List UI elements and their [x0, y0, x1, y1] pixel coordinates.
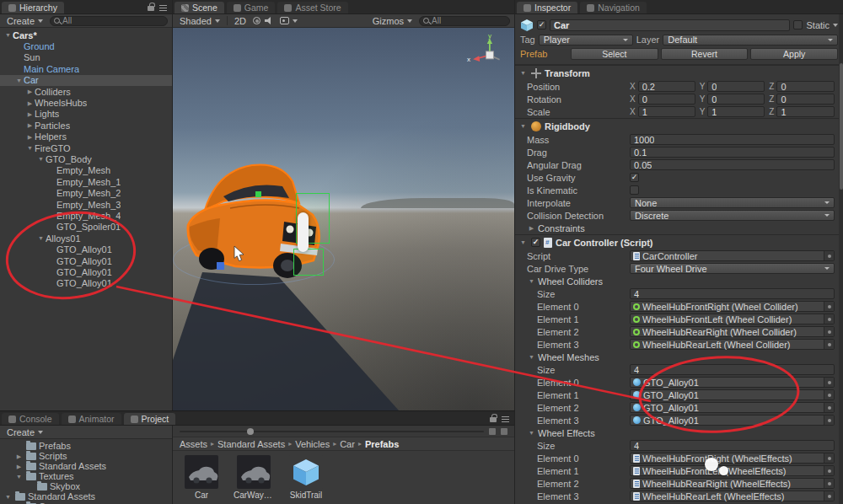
- asset-item-skidtrail[interactable]: SkidTrail: [286, 455, 326, 501]
- tree-item-empty-mesh-4[interactable]: Empty_Mesh_4: [0, 210, 172, 221]
- text-field[interactable]: 0: [776, 94, 835, 105]
- object-picker-icon[interactable]: [824, 378, 834, 387]
- tab-console[interactable]: Console: [2, 413, 59, 425]
- fold-open-icon[interactable]: ▼: [14, 474, 24, 480]
- breadcrumb-item-prefabs[interactable]: Prefabs: [365, 439, 399, 449]
- object-picker-icon[interactable]: [824, 314, 834, 324]
- tab-inspector[interactable]: Inspector: [517, 2, 577, 13]
- fold-closed-icon[interactable]: ▶: [25, 88, 35, 94]
- create-button[interactable]: Create: [4, 15, 46, 27]
- tab-game[interactable]: Game: [227, 2, 276, 13]
- active-checkbox[interactable]: [537, 20, 546, 29]
- panel-menu-icon[interactable]: [502, 416, 509, 422]
- tree-item-gto-alloy01[interactable]: GTO_Alloy01: [0, 266, 172, 277]
- text-field[interactable]: 0: [776, 81, 835, 92]
- object-picker-icon[interactable]: [824, 251, 834, 260]
- tab-hierarchy[interactable]: Hierarchy: [2, 2, 64, 13]
- dropdown-field[interactable]: None: [630, 197, 835, 208]
- component-header-car-controller-script[interactable]: ▼Car Controller (Script): [515, 234, 843, 249]
- object-picker-icon[interactable]: [824, 390, 834, 399]
- tree-item-gto-alloy01[interactable]: GTO_Alloy01: [0, 255, 172, 266]
- tab-project[interactable]: Project: [124, 413, 176, 425]
- object-field[interactable]: GTO_Alloy01: [630, 402, 835, 413]
- toggle-2d-button[interactable]: 2D: [232, 15, 249, 27]
- asset-item-carwaypo[interactable]: CarWaypo...: [234, 455, 274, 501]
- prefab-select-button[interactable]: Select: [571, 48, 658, 60]
- object-picker-icon[interactable]: [824, 491, 834, 501]
- fold-open-icon[interactable]: ▼: [36, 235, 46, 241]
- text-field[interactable]: 1: [707, 106, 765, 117]
- object-picker-icon[interactable]: [824, 340, 834, 349]
- fold-open-icon[interactable]: ▼: [25, 145, 35, 151]
- tree-item-gto-alloy01[interactable]: GTO_Alloy01: [0, 278, 172, 289]
- lighting-toggle-icon[interactable]: [253, 17, 260, 24]
- panel-menu-icon[interactable]: [159, 5, 167, 11]
- fold-open-icon[interactable]: ▼: [14, 78, 24, 83]
- tab-asset-store[interactable]: Asset Store: [277, 2, 347, 13]
- tree-item-ground[interactable]: Ground: [0, 40, 172, 51]
- text-field[interactable]: 4: [630, 364, 835, 375]
- tree-item-skybox[interactable]: Skybox: [0, 481, 172, 491]
- prefab-revert-button[interactable]: Revert: [661, 48, 749, 60]
- fold-open-icon[interactable]: ▼: [527, 430, 536, 436]
- shading-mode-dropdown[interactable]: Shaded: [177, 15, 223, 27]
- tree-item-cars[interactable]: ▼Cars*: [0, 29, 172, 40]
- tree-item-gto-alloy01[interactable]: GTO_Alloy01: [0, 244, 172, 255]
- fold-open-icon[interactable]: ▼: [518, 70, 528, 76]
- static-checkbox[interactable]: [793, 20, 803, 29]
- tree-item-empty-mesh-1[interactable]: Empty_Mesh_1: [0, 176, 172, 187]
- lock-icon[interactable]: [148, 6, 154, 11]
- tree-item-colliders[interactable]: ▶Colliders: [0, 86, 172, 97]
- fold-open-icon[interactable]: ▼: [527, 354, 536, 360]
- scene-search-input[interactable]: All: [419, 16, 510, 26]
- tree-item-standard-assets[interactable]: ▼Standard Assets: [0, 491, 172, 501]
- thumbnail-size-slider[interactable]: [180, 431, 484, 432]
- text-field[interactable]: 1: [776, 106, 835, 117]
- component-header-transform[interactable]: ▼Transform: [515, 65, 843, 80]
- name-field[interactable]: Car: [550, 19, 790, 31]
- tree-item-wheelshubs[interactable]: ▶WheelsHubs: [0, 97, 172, 108]
- scene-viewport[interactable]: y x: [173, 28, 514, 410]
- fold-open-icon[interactable]: ▼: [3, 494, 13, 500]
- component-enabled-checkbox[interactable]: [531, 238, 540, 247]
- object-field[interactable]: GTO_Alloy01: [630, 377, 835, 388]
- object-picker-icon[interactable]: [824, 416, 834, 425]
- dropdown-field[interactable]: Four Wheel Drive: [630, 263, 835, 274]
- component-header-rigidbody[interactable]: ▼Rigidbody: [515, 118, 843, 133]
- object-field[interactable]: GTO_Alloy01: [630, 389, 835, 400]
- breadcrumb-item-vehicles[interactable]: Vehicles: [295, 439, 330, 449]
- fold-open-icon[interactable]: ▼: [36, 156, 46, 162]
- object-field[interactable]: WheelHubRearLeft (WheelEffects): [630, 491, 835, 501]
- audio-toggle-icon[interactable]: [265, 17, 273, 24]
- text-field[interactable]: 0.05: [630, 159, 835, 170]
- text-field[interactable]: 0: [707, 81, 765, 92]
- tree-item-particles[interactable]: ▶Particles: [0, 120, 172, 131]
- project-create-button[interactable]: Create: [4, 426, 46, 438]
- inspector-row-wheel-effects[interactable]: ▼Wheel Effects: [515, 426, 843, 439]
- tree-item-scripts[interactable]: ▶Scripts: [0, 451, 172, 461]
- fold-closed-icon[interactable]: ▶: [14, 453, 24, 459]
- tree-item-alloys01[interactable]: ▼Alloys01: [0, 233, 172, 244]
- layer-dropdown[interactable]: Default: [663, 35, 838, 46]
- object-picker-icon[interactable]: [824, 327, 834, 336]
- fold-closed-icon[interactable]: ▶: [25, 111, 35, 117]
- tab-navigation[interactable]: Navigation: [580, 2, 647, 13]
- tree-item-sun[interactable]: Sun: [0, 52, 172, 63]
- static-dropdown-icon[interactable]: [833, 24, 838, 27]
- fold-open-icon[interactable]: ▼: [527, 278, 536, 284]
- object-field[interactable]: WheelHubFrontRight (WheelEffects): [630, 453, 835, 464]
- inspector-row-wheel-colliders[interactable]: ▼Wheel Colliders: [515, 275, 843, 287]
- view-option-icon[interactable]: [489, 428, 496, 435]
- slider-thumb[interactable]: [247, 428, 254, 435]
- tab-scene[interactable]: Scene: [175, 2, 224, 13]
- object-picker-icon[interactable]: [824, 479, 834, 488]
- text-field[interactable]: 1000: [630, 134, 835, 145]
- text-field[interactable]: 0: [638, 94, 695, 105]
- fold-closed-icon[interactable]: ▶: [14, 464, 24, 469]
- tree-item-textures[interactable]: ▼Textures: [0, 471, 172, 481]
- object-field[interactable]: WheelHubFrontLeft (Wheel Collider): [630, 314, 835, 324]
- tree-item-prefabs[interactable]: Prefabs: [0, 441, 172, 451]
- fold-closed-icon[interactable]: ▶: [25, 134, 35, 140]
- tree-item-standard-assets[interactable]: ▶Standard Assets: [0, 461, 172, 471]
- object-field[interactable]: WheelHubRearRight (WheelEffects): [630, 478, 835, 489]
